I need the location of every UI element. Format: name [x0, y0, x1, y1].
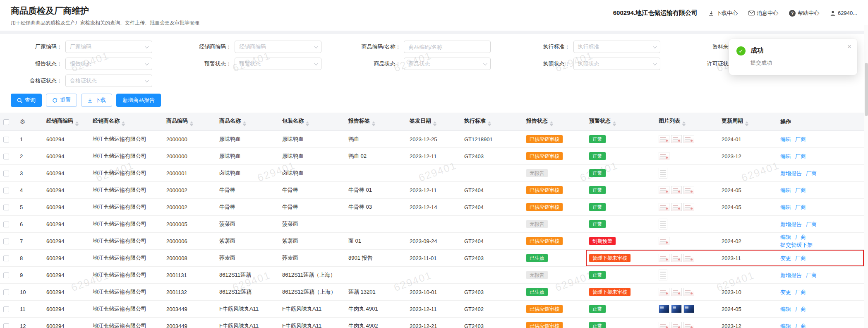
sort-icon[interactable]: [682, 121, 686, 126]
image-thumbnail[interactable]: [659, 270, 667, 280]
item-status-select[interactable]: 商品状态: [404, 58, 491, 70]
sort-icon[interactable]: [372, 121, 375, 126]
sort-icon[interactable]: [433, 121, 436, 126]
reset-button[interactable]: 重置: [46, 94, 77, 107]
op-link[interactable]: 厂商: [806, 221, 817, 227]
image-thumbnail[interactable]: [659, 254, 669, 262]
sort-icon[interactable]: [613, 121, 616, 126]
op-link[interactable]: 新增报告: [780, 221, 802, 227]
sort-icon[interactable]: [306, 121, 309, 126]
sort-icon[interactable]: [243, 121, 246, 126]
search-button[interactable]: 查询: [11, 94, 42, 107]
op-link[interactable]: 厂商: [806, 170, 817, 176]
row-checkbox[interactable]: [3, 137, 9, 142]
op-link[interactable]: 厂商: [795, 234, 806, 240]
column-header-image-list[interactable]: 图片列表: [655, 113, 718, 131]
op-link[interactable]: 厂商: [795, 306, 806, 312]
add-report-button[interactable]: 新增商品报告: [116, 94, 161, 107]
column-header-dealer-code[interactable]: 经销商编码: [43, 113, 89, 131]
image-thumbnail[interactable]: [683, 186, 694, 194]
row-checkbox[interactable]: [3, 154, 9, 159]
column-header-standard[interactable]: 执行标准: [461, 113, 523, 131]
image-thumbnail[interactable]: [659, 288, 669, 296]
row-checkbox[interactable]: [3, 289, 9, 295]
download-center-link[interactable]: 下载中心: [708, 10, 738, 17]
row-checkbox[interactable]: [3, 323, 9, 328]
sort-icon[interactable]: [190, 121, 193, 126]
op-link[interactable]: 编辑: [780, 187, 791, 193]
row-checkbox[interactable]: [3, 205, 9, 210]
sort-icon[interactable]: [122, 121, 125, 126]
row-checkbox[interactable]: [3, 256, 9, 261]
column-header-item-name[interactable]: 商品名称: [216, 113, 279, 131]
item-code-name-input[interactable]: [404, 41, 491, 53]
sort-icon[interactable]: [488, 121, 491, 126]
row-checkbox[interactable]: [3, 306, 9, 312]
user-menu[interactable]: 62940...: [830, 10, 857, 16]
column-header-warning-status[interactable]: 预警状态: [586, 113, 655, 131]
dealer-code-select[interactable]: 经销商编码: [235, 41, 321, 53]
sort-icon[interactable]: [75, 121, 79, 126]
row-checkbox[interactable]: [3, 171, 9, 176]
warning-status-select[interactable]: 预警状态: [235, 58, 321, 70]
image-thumbnail[interactable]: [659, 305, 669, 313]
image-thumbnail[interactable]: [683, 288, 694, 296]
sort-icon[interactable]: [550, 121, 553, 126]
image-thumbnail[interactable]: [671, 186, 682, 194]
op-link[interactable]: 编辑: [780, 204, 791, 210]
op-link[interactable]: 编辑: [780, 306, 791, 312]
op-link[interactable]: 新增报告: [780, 272, 802, 278]
image-thumbnail[interactable]: [671, 203, 682, 211]
image-thumbnail[interactable]: [683, 203, 694, 211]
image-thumbnail[interactable]: [659, 237, 669, 245]
op-link[interactable]: 厂商: [795, 153, 806, 159]
image-thumbnail[interactable]: [659, 135, 669, 143]
image-thumbnail[interactable]: [683, 322, 694, 328]
image-thumbnail[interactable]: [671, 288, 682, 296]
op-link[interactable]: 厂商: [795, 255, 806, 261]
image-thumbnail[interactable]: [683, 305, 694, 313]
image-thumbnail[interactable]: [683, 254, 694, 262]
column-header-update-cycle[interactable]: 更新周期: [718, 113, 777, 131]
image-thumbnail[interactable]: [659, 219, 667, 229]
image-thumbnail[interactable]: [671, 322, 682, 328]
image-thumbnail[interactable]: [671, 305, 682, 313]
report-status-select[interactable]: 报告状态: [65, 58, 152, 70]
column-header-report-status[interactable]: 报告状态: [523, 113, 586, 131]
column-header-package-name[interactable]: 包装名称: [279, 113, 345, 131]
op-link[interactable]: 编辑: [780, 153, 791, 159]
image-thumbnail[interactable]: [659, 152, 669, 160]
scrollbar-track[interactable]: [864, 25, 868, 328]
op-link[interactable]: 厂商: [795, 187, 806, 193]
image-thumbnail[interactable]: [659, 203, 669, 211]
row-checkbox[interactable]: [3, 273, 9, 278]
op-link[interactable]: 编辑: [780, 136, 791, 142]
op-link[interactable]: 提交暂缓下架: [780, 242, 813, 248]
toast-close-icon[interactable]: ×: [847, 43, 851, 50]
op-link[interactable]: 新增报告: [780, 170, 802, 176]
op-link[interactable]: 厂商: [806, 272, 817, 278]
image-thumbnail[interactable]: [671, 254, 682, 262]
image-thumbnail[interactable]: [659, 168, 667, 178]
standard-select[interactable]: 执行标准: [573, 41, 660, 53]
image-thumbnail[interactable]: [671, 135, 682, 143]
download-button[interactable]: 下载: [81, 94, 112, 107]
image-thumbnail[interactable]: [659, 186, 669, 194]
row-checkbox[interactable]: [3, 188, 9, 193]
select-all-checkbox[interactable]: [3, 119, 9, 125]
op-link[interactable]: 变更: [780, 255, 791, 261]
column-header-report-tag[interactable]: 报告标签: [345, 113, 406, 131]
column-header-issue-date[interactable]: 签发日期: [406, 113, 461, 131]
sort-icon[interactable]: [745, 121, 748, 126]
license-status-select[interactable]: 执照状态: [573, 58, 660, 70]
column-header-item-code[interactable]: 商品编码: [163, 113, 216, 131]
row-checkbox[interactable]: [3, 239, 9, 244]
op-link[interactable]: 编辑: [780, 234, 791, 240]
help-center-link[interactable]: 帮助中心: [789, 10, 819, 17]
image-thumbnail[interactable]: [659, 322, 669, 328]
scrollbar-thumb[interactable]: [865, 63, 868, 116]
op-link[interactable]: 厂商: [795, 136, 806, 142]
op-link[interactable]: 厂商: [795, 323, 806, 328]
factory-code-select[interactable]: 厂家编码: [65, 41, 152, 53]
op-link[interactable]: 编辑: [780, 323, 791, 328]
